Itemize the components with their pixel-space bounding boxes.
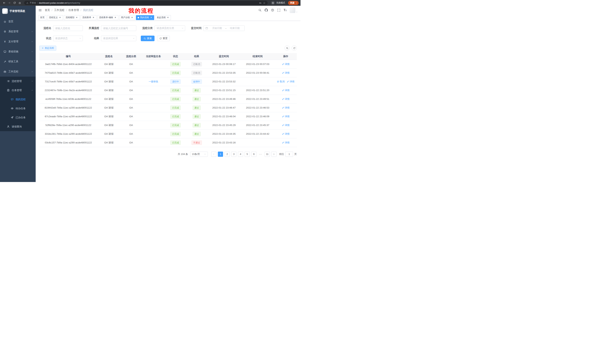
result-select[interactable]: 请选择流结果 xyxy=(101,36,136,41)
detail-link[interactable]: 详情 xyxy=(282,63,290,66)
page-button-3[interactable]: 3 xyxy=(231,152,236,157)
font-size-icon[interactable]: TT xyxy=(284,9,287,12)
home-icon xyxy=(3,20,7,23)
start-process-button[interactable]: 发起流程 xyxy=(39,46,56,51)
cell-status: 已完成 xyxy=(165,103,186,112)
tab-发起流程[interactable]: 发起流程× xyxy=(155,15,171,20)
hamburger-icon[interactable] xyxy=(39,9,42,12)
table-row: 2152467e-7b9b-11ec-9a1b-acde48001122OA 请… xyxy=(39,86,297,95)
sidebar-item-pay[interactable]: ¥支付管理 xyxy=(0,37,36,47)
browser-forward-button[interactable] xyxy=(7,1,11,5)
process-name-input[interactable] xyxy=(53,25,83,31)
status-select[interactable]: 请选择状态 xyxy=(53,36,83,41)
page-button-2[interactable]: 2 xyxy=(225,152,230,157)
close-icon[interactable]: × xyxy=(59,16,61,19)
browser-reload-button[interactable] xyxy=(12,1,17,5)
page-button-11[interactable]: 11 xyxy=(265,152,270,157)
search-button[interactable]: 搜索 xyxy=(141,36,155,41)
sidebar-item-todo-tasks[interactable]: 待办任务 xyxy=(0,104,36,113)
page-button-6[interactable]: 6 xyxy=(251,152,257,157)
cell-name: OA 请假 xyxy=(97,86,120,95)
toggle-search-button[interactable] xyxy=(285,46,290,51)
breadcrumb-item[interactable]: 工作流程 xyxy=(54,9,64,12)
prev-page-button[interactable] xyxy=(211,152,216,157)
close-icon[interactable]: × xyxy=(150,16,152,19)
search-icon[interactable] xyxy=(258,9,261,12)
detail-link[interactable]: 详情 xyxy=(287,80,294,83)
user-menu[interactable] xyxy=(290,7,298,13)
detail-link[interactable]: 详情 xyxy=(282,141,290,144)
briefcase-icon xyxy=(3,70,7,73)
sidebar-item-home[interactable]: 首页 xyxy=(0,17,36,27)
app-logo[interactable]: 芋道管理系统 xyxy=(0,6,36,17)
page-button-1[interactable]: 1 xyxy=(218,152,223,157)
detail-link[interactable]: 详情 xyxy=(282,132,290,136)
address-bar[interactable]: ⚠ 不安全 dashboard.yudao.iocoder.cn/bpm/tas… xyxy=(24,1,268,5)
browser-menu-kebab-icon[interactable]: ⋮ xyxy=(295,1,298,4)
next-page-button[interactable] xyxy=(271,152,277,157)
process-definition-input[interactable] xyxy=(101,25,136,31)
close-icon[interactable]: × xyxy=(167,16,169,19)
close-icon[interactable]: × xyxy=(114,16,117,19)
date-separator: - xyxy=(225,27,227,30)
sidebar-item-infra[interactable]: 基础设施 xyxy=(0,47,36,57)
password-key-icon[interactable] xyxy=(259,2,262,4)
page-size-select[interactable]: 10条/页 xyxy=(190,152,208,157)
page-url[interactable]: dashboard.yudao.iocoder.cn/bpm/task/my xyxy=(39,2,80,4)
sidebar-item-system[interactable]: ⚙系统管理 xyxy=(0,27,36,37)
column-header: 当前审批任务 xyxy=(142,53,165,60)
detail-link[interactable]: 详情 xyxy=(282,124,290,127)
sidebar-item-dev-tools[interactable]: 研发工具 xyxy=(0,57,36,67)
github-icon[interactable] xyxy=(265,9,268,12)
tab-用户分组[interactable]: 用户分组× xyxy=(119,15,135,20)
help-icon[interactable] xyxy=(271,9,274,12)
cancel-link[interactable]: 取消 xyxy=(277,80,285,83)
pager-ellipsis[interactable]: ··· xyxy=(258,152,263,157)
close-icon[interactable]: × xyxy=(131,16,133,19)
detail-link[interactable]: 详情 xyxy=(282,115,290,118)
avatar[interactable] xyxy=(290,7,295,13)
cancel-icon xyxy=(277,80,279,83)
detail-link[interactable]: 详情 xyxy=(282,97,290,101)
sidebar-item-task-mgmt[interactable]: 任务管理 xyxy=(0,86,36,95)
security-label[interactable]: 不安全 xyxy=(30,1,36,4)
category-select[interactable]: 请选择流程分类 xyxy=(155,25,185,31)
breadcrumb-item[interactable]: 首页 xyxy=(45,9,50,12)
goto-page-input[interactable] xyxy=(285,152,293,157)
detail-link[interactable]: 详情 xyxy=(282,71,290,75)
sidebar-item-my-process[interactable]: 我的流程 xyxy=(0,95,36,104)
tab-流程定义[interactable]: 流程定义× xyxy=(47,15,63,20)
reset-button[interactable]: 重置 xyxy=(157,36,170,41)
table-row: 67c2eaab-7b9a-11ec-a290-acde48001122OA 请… xyxy=(39,112,297,121)
tab-我的流程[interactable]: 我的流程× xyxy=(136,15,154,20)
submit-time-range[interactable]: 开始日期 - 结束日期 xyxy=(203,25,245,31)
detail-link[interactable]: 详情 xyxy=(282,106,290,109)
page-button-4[interactable]: 4 xyxy=(238,152,243,157)
fullscreen-icon[interactable] xyxy=(277,9,280,12)
sidebar-item-process-mgmt[interactable]: 流程管理 xyxy=(0,77,36,86)
tab-流程表单-编辑[interactable]: 流程表单-编辑× xyxy=(97,15,118,20)
bookmark-star-icon[interactable]: ☆ xyxy=(263,1,265,4)
cell-end-time: 2022-01-23 00:07:03 xyxy=(241,60,275,68)
browser-home-button[interactable] xyxy=(18,1,22,5)
table-row: 03c6c157-7b9a-11ec-a290-acde48001122OA 请… xyxy=(39,138,297,147)
tab-流程表单[interactable]: 流程表单× xyxy=(80,15,96,20)
tab-流程模型[interactable]: 流程模型× xyxy=(64,15,80,20)
tab-首页[interactable]: 首页 xyxy=(39,15,46,20)
breadcrumb-item[interactable]: 任务管理 xyxy=(69,9,79,12)
sidebar-item-workflow[interactable]: 工作流程 xyxy=(0,67,36,77)
browser-back-button[interactable] xyxy=(2,1,6,5)
refresh-table-button[interactable] xyxy=(291,46,297,51)
update-button[interactable]: 更新 ⋮ xyxy=(288,1,299,5)
category-placeholder: 请选择流程分类 xyxy=(157,27,174,30)
tab-label: 发起流程 xyxy=(157,16,166,19)
sidebar-item-leave-query[interactable]: 请假查询 xyxy=(0,122,36,131)
close-icon[interactable]: × xyxy=(92,16,95,19)
edit-icon xyxy=(282,124,284,126)
task-link[interactable]: 一级审批 xyxy=(149,80,158,83)
page-button-5[interactable]: 5 xyxy=(245,152,250,157)
close-icon[interactable]: × xyxy=(75,16,78,19)
detail-link[interactable]: 详情 xyxy=(282,89,290,92)
cell-actions: 取消详情 xyxy=(275,77,297,86)
sidebar-item-done-tasks[interactable]: 已办任务 xyxy=(0,113,36,122)
